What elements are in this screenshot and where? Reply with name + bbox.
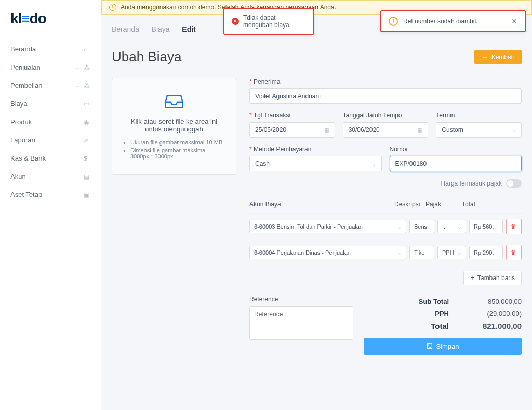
nav-produk[interactable]: Produk◉: [6, 113, 95, 131]
nomor-input[interactable]: [390, 156, 522, 171]
delete-row-button[interactable]: 🗑: [506, 219, 522, 234]
back-button[interactable]: ← Kembali: [474, 50, 522, 64]
tax-toggle-label: Harga termasuk pajak: [441, 180, 502, 187]
pph-label: PPH: [435, 310, 449, 318]
error-icon: ✕: [232, 18, 239, 25]
chevron-down-icon: ⌄: [75, 64, 79, 70]
trash-icon: 🗑: [511, 249, 517, 256]
save-button[interactable]: 🖫Simpan: [364, 338, 522, 355]
upload-title: Klik atau seret file ke area ini untuk m…: [123, 117, 225, 133]
nav-pembelian[interactable]: Pembelian⌄⁂: [6, 76, 95, 95]
chevron-down-icon: ⌄: [75, 83, 79, 88]
table-header: Akun Biaya Deskripsi Pajak Total: [249, 195, 522, 214]
crumb-biaya[interactable]: Biaya: [152, 25, 170, 33]
penerima-label: Penerima: [249, 78, 522, 85]
pajak-select[interactable]: PPH⌄: [437, 246, 466, 259]
info-icon: !: [109, 4, 116, 11]
nav-penjualan[interactable]: Penjualan⌄⁂: [6, 58, 95, 76]
metode-select[interactable]: Cash⌄: [249, 156, 382, 171]
tgl-input[interactable]: 25/05/2020▦: [249, 122, 335, 138]
add-row-button[interactable]: + Tambah baris: [463, 271, 522, 285]
akun-select[interactable]: 6-60003 Bensin, Tol dan Parkir - Penjual…: [249, 220, 406, 233]
desk-input[interactable]: [409, 246, 434, 259]
calendar-icon: ▦: [417, 127, 422, 134]
total-input[interactable]: [469, 246, 503, 259]
termin-label: Termin: [436, 112, 522, 119]
nomor-label: Nomor: [390, 146, 522, 153]
nav-akun[interactable]: Akun▤: [6, 167, 95, 186]
penerima-select[interactable]: Violet Agustina Andriani: [249, 88, 522, 104]
metode-label: Metode Pembayaran: [249, 146, 382, 153]
nav-kasbank[interactable]: Kas & Bank$: [6, 149, 95, 167]
jatuh-label: Tanggal Jatuh Tempo: [343, 112, 429, 119]
logo[interactable]: kl≡do: [6, 10, 95, 27]
total-label: Total: [431, 322, 449, 330]
tgl-label: Tgl Transaksi: [249, 112, 335, 119]
chevron-down-icon: ⌄: [512, 127, 516, 133]
table-row: 6-60003 Bensin, Tol dan Parkir - Penjual…: [249, 214, 522, 240]
error-popup-biaya: ✕ Tdiak dapat mengubah biaya.: [223, 8, 314, 35]
tax-toggle[interactable]: [506, 179, 522, 188]
nav-laporan[interactable]: Laporan⇗: [6, 131, 95, 149]
table-row: 6-60004 Perjalanan Dinas - Penjualan⌄ PP…: [249, 240, 522, 266]
close-icon[interactable]: ✕: [511, 17, 517, 25]
sidebar: kl≡do Beranda⌂ Penjualan⌄⁂ Pembelian⌄⁂ B…: [0, 0, 101, 410]
jatuh-input[interactable]: 30/06/2020▦: [343, 122, 429, 138]
crumb-beranda[interactable]: Beranda: [112, 25, 139, 33]
akun-select[interactable]: 6-60004 Perjalanan Dinas - Penjualan⌄: [249, 246, 406, 259]
subtotal-value: 850.000,00: [470, 298, 522, 306]
crumb-current: Edit: [182, 25, 195, 33]
arrow-left-icon: ←: [482, 54, 488, 61]
subtotal-label: Sub Total: [419, 298, 449, 306]
main: ! Anda menggunakan contoh demo. Setelah …: [101, 0, 532, 410]
nav-aset[interactable]: Aset Tetap▣: [6, 186, 95, 204]
delete-row-button[interactable]: 🗑: [506, 245, 522, 260]
save-icon: 🖫: [426, 342, 433, 350]
pph-value: (29.000,00): [470, 310, 522, 318]
calendar-icon: ▦: [324, 127, 329, 134]
error-popup-refnumber: ! Ref number sudah diambil. ✕: [380, 10, 526, 32]
nav-biaya[interactable]: Biaya▭: [6, 95, 95, 113]
upload-dropzone[interactable]: Klik atau seret file ke area ini untuk m…: [112, 78, 236, 175]
trash-icon: 🗑: [511, 223, 517, 230]
nav: Beranda⌂ Penjualan⌄⁂ Pembelian⌄⁂ Biaya▭ …: [6, 40, 95, 204]
page-title: Ubah Biaya: [112, 49, 181, 65]
chevron-down-icon: ⌄: [372, 161, 376, 167]
total-input[interactable]: [469, 220, 503, 233]
reference-label: Reference: [249, 296, 353, 303]
warning-icon: !: [389, 17, 398, 26]
total-value: 821.000,00: [470, 322, 522, 330]
desk-input[interactable]: [409, 220, 434, 233]
pajak-select[interactable]: ...⌄: [437, 220, 466, 233]
reference-textarea[interactable]: [249, 306, 353, 340]
termin-select[interactable]: Custom⌄: [436, 122, 522, 138]
upload-hints: Ukuran file gambar maksimal 10 MB Dimens…: [123, 139, 225, 160]
nav-beranda[interactable]: Beranda⌂: [6, 40, 95, 58]
inbox-icon: [164, 91, 184, 110]
